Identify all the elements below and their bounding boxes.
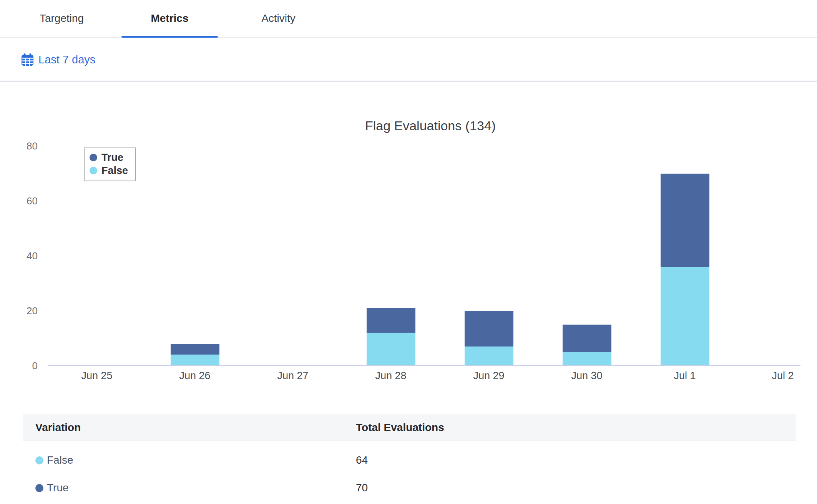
legend-label-false: False <box>101 165 128 177</box>
chart-title: Flag Evaluations (134) <box>48 118 813 133</box>
bar-segment-true <box>563 325 611 352</box>
table-row: True70 <box>23 474 796 502</box>
legend-item-false: False <box>90 164 128 177</box>
bar-segment-true <box>465 311 513 346</box>
tab-bar: Targeting Metrics Activity <box>0 0 817 38</box>
legend-label-true: True <box>101 152 123 164</box>
true-series-dot <box>90 154 97 161</box>
date-filter-bar: Last 7 days <box>0 38 817 81</box>
bar-segment-false <box>465 346 513 366</box>
date-range-label: Last 7 days <box>38 53 95 66</box>
tab-targeting[interactable]: Targeting <box>24 0 99 37</box>
total-evaluations-value: 70 <box>356 474 368 502</box>
y-axis-label: 0 <box>8 360 38 372</box>
false-series-dot <box>90 167 97 174</box>
y-axis-label: 40 <box>8 250 38 262</box>
active-tab-underline <box>121 36 218 38</box>
total-evaluations-value: 64 <box>356 446 368 474</box>
table-row: False64 <box>23 446 796 474</box>
tab-activity[interactable]: Activity <box>241 0 316 37</box>
x-axis-label: Jul 1 <box>646 370 723 382</box>
variation-name: False <box>47 454 73 466</box>
x-axis-label: Jun 30 <box>548 370 625 382</box>
x-axis-label: Jun 27 <box>254 370 331 382</box>
x-axis-label: Jun 26 <box>156 370 233 382</box>
bar-segment-true <box>367 308 415 333</box>
y-axis-label: 80 <box>8 140 38 152</box>
variation-name: True <box>47 482 69 494</box>
false-variation-dot <box>35 456 43 464</box>
bar-segment-true <box>171 344 219 355</box>
y-axis-label: 60 <box>8 195 38 207</box>
date-range-button[interactable]: Last 7 days <box>21 38 95 81</box>
x-axis-label: Jun 29 <box>450 370 527 382</box>
bar-segment-false <box>367 333 415 366</box>
x-axis-label: Jun 25 <box>58 370 135 382</box>
tab-metrics[interactable]: Metrics <box>121 0 218 37</box>
bar-segment-false <box>171 355 219 366</box>
bar-segment-true <box>661 174 709 267</box>
calendar-icon <box>21 53 34 66</box>
chart-legend: True False <box>84 148 136 181</box>
bar-segment-false <box>563 352 611 366</box>
column-header-variation: Variation <box>35 414 81 441</box>
column-header-total-evaluations: Total Evaluations <box>356 414 444 441</box>
flag-metrics-page: Targeting Metrics Activity <box>0 0 817 504</box>
legend-item-true: True <box>90 151 128 164</box>
y-axis-label: 20 <box>8 305 38 317</box>
x-axis-label: Jun 28 <box>352 370 429 382</box>
flag-evaluations-chart: Flag Evaluations (134) True False 020406… <box>0 81 817 389</box>
bar-segment-false <box>661 267 709 366</box>
variation-table: Variation Total Evaluations False64True7… <box>23 414 796 502</box>
x-axis-label: Jul 2 <box>744 370 817 382</box>
true-variation-dot <box>35 484 43 492</box>
variation-table-header: Variation Total Evaluations <box>23 414 796 441</box>
x-axis-line <box>48 365 800 366</box>
